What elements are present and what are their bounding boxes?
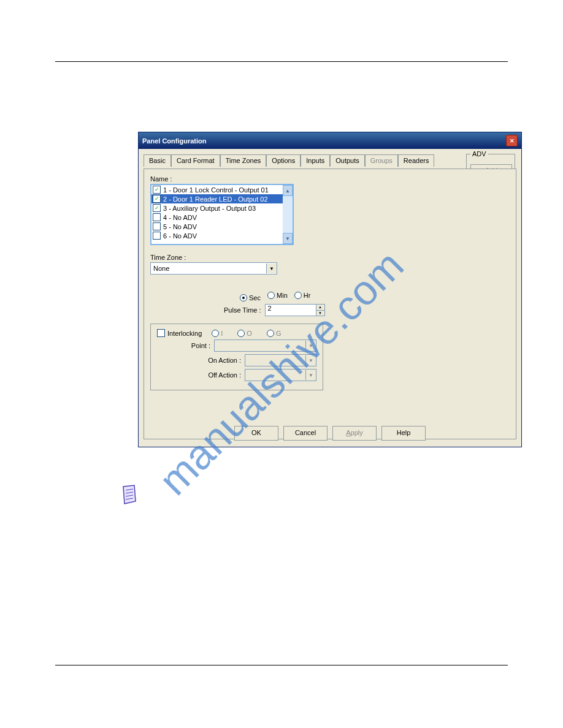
on-action-label: On Action : (208, 357, 241, 364)
spin-up-icon[interactable]: ▲ (316, 305, 324, 311)
tab-basic[interactable]: Basic (144, 154, 171, 167)
tab-options[interactable]: Options (266, 154, 301, 167)
off-action-label: Off Action : (208, 371, 241, 379)
interlocking-checkbox[interactable]: Interlocking (157, 329, 202, 337)
cancel-button[interactable]: Cancel (283, 426, 327, 441)
checkbox-icon[interactable] (153, 222, 161, 230)
panel-configuration-dialog: Panel Configuration ✕ ADV Add Edit Isola… (138, 132, 522, 447)
scroll-down-icon[interactable]: ▼ (283, 233, 293, 244)
titlebar[interactable]: Panel Configuration ✕ (139, 132, 521, 149)
tab-readers[interactable]: Readers (398, 154, 435, 167)
checkbox-icon[interactable]: ✓ (153, 186, 161, 194)
list-item[interactable]: 4 - No ADV (151, 213, 283, 222)
tab-card-format[interactable]: Card Format (171, 154, 220, 167)
tabs: Basic Card Format Time Zones Options Inp… (144, 154, 516, 166)
list-item[interactable]: 5 - No ADV (151, 222, 283, 231)
chevron-down-icon[interactable]: ▼ (266, 264, 277, 273)
pulse-time-input[interactable]: 2 ▲▼ (265, 304, 325, 316)
dialog-title: Panel Configuration (142, 137, 207, 145)
close-icon[interactable]: ✕ (506, 135, 518, 146)
sec-radio[interactable]: Sec (240, 294, 261, 301)
spin-down-icon[interactable]: ▼ (316, 311, 324, 316)
note-icon (120, 484, 138, 505)
off-action-select: ▼ (245, 369, 316, 381)
list-item[interactable]: ✓2 - Door 1 Reader LED - Output 02 (151, 194, 283, 203)
point-label: Point : (191, 342, 210, 349)
point-select: ▼ (214, 339, 316, 352)
tab-groups: Groups (365, 154, 398, 167)
scrollbar[interactable]: ▲ ▼ (283, 185, 293, 244)
outputs-tab-panel: Name : ✓1 - Door 1 Lock Control - Output… (144, 169, 516, 439)
i-radio: I (212, 330, 223, 337)
checkbox-icon[interactable]: ✓ (153, 195, 161, 203)
chevron-down-icon: ▼ (305, 341, 316, 351)
ok-button[interactable]: OK (234, 426, 278, 441)
adv-panel-title: ADV (470, 150, 488, 157)
scroll-up-icon[interactable]: ▲ (283, 185, 293, 196)
o-radio: O (237, 330, 252, 337)
outputs-listbox[interactable]: ✓1 - Door 1 Lock Control - Output 01 ✓2 … (150, 184, 294, 245)
pulse-time-label: Pulse Time : (224, 306, 261, 314)
checkbox-icon[interactable]: ✓ (153, 204, 161, 212)
interlocking-group: Interlocking I O G Point :▼ On Action :▼… (150, 324, 323, 390)
timezone-label: Time Zone : (150, 254, 510, 261)
name-label: Name : (150, 175, 510, 183)
checkbox-icon[interactable] (153, 213, 161, 221)
list-item[interactable]: 6 - No ADV (151, 231, 283, 240)
tab-time-zones[interactable]: Time Zones (220, 154, 267, 167)
chevron-down-icon: ▼ (305, 355, 316, 365)
hr-radio[interactable]: Hr (294, 292, 311, 299)
min-radio[interactable]: Min (267, 292, 288, 299)
g-radio: G (267, 330, 282, 337)
tab-inputs[interactable]: Inputs (301, 154, 330, 167)
on-action-select: ▼ (245, 354, 316, 366)
timezone-select[interactable]: None ▼ (150, 262, 277, 275)
checkbox-icon[interactable] (153, 232, 161, 240)
chevron-down-icon: ▼ (305, 370, 316, 380)
list-item[interactable]: ✓3 - Auxiliary Output - Output 03 (151, 203, 283, 213)
dialog-buttons: OK Cancel Apply Help (139, 426, 521, 441)
tab-outputs[interactable]: Outputs (330, 154, 365, 167)
apply-button: Apply (332, 426, 377, 441)
list-item[interactable]: ✓1 - Door 1 Lock Control - Output 01 (151, 185, 283, 194)
help-button[interactable]: Help (381, 426, 426, 441)
